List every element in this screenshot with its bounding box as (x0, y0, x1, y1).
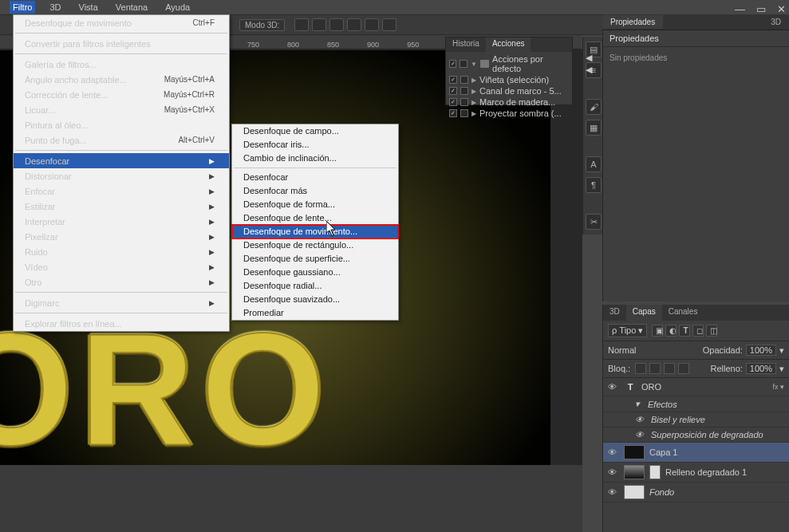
mi-convert-smart[interactable]: Convertir para filtros inteligentes (14, 36, 229, 51)
mode3d-icon-3[interactable] (329, 18, 344, 31)
smi-motion-blur[interactable]: Desenfoque de movimiento... (232, 225, 398, 238)
filter-img-icon[interactable]: ▣ (652, 325, 663, 337)
action-row[interactable]: ✓▶Viñeta (selección) (448, 74, 570, 85)
mi-lens-correction[interactable]: Corrección de lente...Mayús+Ctrl+R (14, 87, 229, 102)
smi-gaussian-blur[interactable]: Desenfoque gaussiano... (232, 266, 398, 279)
lock-all-icon[interactable] (664, 363, 675, 374)
mi-last-filter[interactable]: Desenfoque de movimientoCtrl+F (14, 15, 229, 30)
mi-liquify[interactable]: Licuar...Mayús+Ctrl+X (14, 102, 229, 117)
mi-digimarc[interactable]: Digimarc▶ (14, 295, 229, 310)
action-row[interactable]: ✓▼Acciones por defecto (448, 53, 570, 74)
visibility-icon[interactable]: 👁 (635, 415, 646, 424)
close-icon[interactable]: ✕ (777, 3, 786, 15)
smi-smart-blur[interactable]: Desenfoque suavizado... (232, 293, 398, 306)
layer-effect-bevel[interactable]: 👁Bisel y relieve (603, 412, 789, 428)
mode3d-icon-5[interactable] (365, 18, 379, 31)
chevron-down-icon[interactable]: ▾ (779, 364, 784, 374)
smi-tilt-shift[interactable]: Cambio de inclinación... (232, 152, 398, 165)
filter-smart-icon[interactable]: ◫ (706, 325, 717, 337)
chevron-down-icon[interactable]: ▾ (779, 345, 784, 356)
mi-blur-submenu[interactable]: Desenfocar▶ (14, 153, 229, 168)
mode3d-icon-6[interactable] (382, 18, 396, 31)
smi-lens-blur[interactable]: Desenfoque de lente... (232, 211, 398, 225)
rec-icon[interactable] (460, 87, 468, 95)
mi-oil-paint[interactable]: Pintura al óleo... (14, 117, 229, 132)
tab-canales[interactable]: Canales (662, 305, 704, 321)
mi-filter-gallery[interactable]: Galería de filtros... (14, 57, 229, 72)
mi-other[interactable]: Otro▶ (14, 274, 229, 290)
smi-field-blur[interactable]: Desenfoque de campo... (232, 124, 398, 138)
layer-item-capa1[interactable]: 👁 Capa 1 (603, 443, 789, 463)
visibility-icon[interactable]: 👁 (608, 382, 619, 392)
tab-propiedades[interactable]: Propiedades (602, 15, 663, 29)
rec-icon[interactable] (460, 98, 468, 106)
action-row[interactable]: ✓▶Proyectar sombra (... (448, 108, 570, 119)
menu-3d[interactable]: 3D (46, 1, 64, 14)
vtool-scissors-icon[interactable]: ✂ (586, 214, 602, 230)
mi-distort[interactable]: Distorsionar▶ (14, 168, 229, 183)
smi-blur-more[interactable]: Desenfocar más (232, 184, 398, 198)
rec-icon[interactable] (460, 60, 467, 68)
action-row[interactable]: ✓▶Marco de madera... (448, 97, 570, 108)
smi-iris-blur[interactable]: Desenfocar iris... (232, 138, 398, 152)
mi-vanishing-point[interactable]: Punto de fuga...Alt+Ctrl+V (14, 132, 229, 148)
layer-item-gradient[interactable]: 👁 Relleno degradado 1 (603, 463, 789, 483)
menu-vista[interactable]: Vista (76, 1, 101, 14)
vtool-paragraph-icon[interactable]: ¶ (586, 177, 602, 193)
lock-fill-icon[interactable] (678, 363, 689, 374)
smi-box-blur[interactable]: Desenfoque de rectángulo... (232, 238, 398, 252)
check-icon[interactable]: ✓ (449, 109, 457, 117)
vtool-character-icon[interactable]: A (586, 156, 602, 172)
lock-position-icon[interactable] (649, 363, 661, 374)
minimize-icon[interactable]: — (735, 3, 745, 15)
smi-average[interactable]: Promediar (232, 306, 398, 320)
smi-surface-blur[interactable]: Desenfoque de superficie... (232, 252, 398, 266)
filter-adj-icon[interactable]: ◐ (665, 325, 677, 337)
visibility-icon[interactable]: 👁 (635, 430, 646, 439)
mi-video[interactable]: Vídeo▶ (14, 259, 229, 274)
mi-pixelate[interactable]: Pixelizar▶ (14, 229, 229, 244)
layer-filter-kind[interactable]: ρ Tipo ▾ (608, 324, 647, 337)
maximize-icon[interactable]: ▭ (756, 3, 766, 15)
vtool-swatches-icon[interactable]: ▦ (586, 120, 602, 136)
mode3d-icon-1[interactable] (294, 18, 309, 31)
menu-ventana[interactable]: Ventana (112, 1, 151, 14)
layer-effects[interactable]: ▾Efectos (603, 396, 789, 412)
blend-mode[interactable]: Normal (608, 345, 664, 355)
mode3d-icon-4[interactable] (347, 18, 361, 31)
tab-capas[interactable]: Capas (626, 305, 662, 321)
layer-item-oro[interactable]: 👁 T ORO fx ▾ (603, 378, 789, 396)
fill-value[interactable]: 100% (746, 363, 776, 374)
mode3d-icon-2[interactable] (312, 18, 326, 31)
tab-acciones[interactable]: Acciones (486, 37, 531, 52)
action-row[interactable]: ✓▶Canal de marco - 5... (448, 85, 570, 97)
visibility-icon[interactable]: 👁 (608, 447, 619, 457)
filter-shape-icon[interactable]: ◻ (692, 325, 704, 337)
check-icon[interactable]: ✓ (449, 76, 457, 84)
mi-render[interactable]: Interpretar▶ (14, 214, 229, 229)
smi-radial-blur[interactable]: Desenfoque radial... (232, 279, 398, 293)
tab-3d-layers[interactable]: 3D (603, 305, 626, 321)
check-icon[interactable]: ✓ (449, 87, 457, 95)
chevron-down-icon[interactable]: ▾ (635, 399, 640, 409)
visibility-icon[interactable]: 👁 (608, 487, 619, 497)
vtool-brush-icon[interactable]: 🖌 (586, 99, 602, 115)
mi-stylize[interactable]: Estilizar▶ (14, 199, 229, 214)
rec-icon[interactable] (460, 109, 468, 117)
filter-text-icon[interactable]: T (679, 325, 690, 337)
tab-3d-right[interactable]: 3D (763, 15, 789, 29)
fx-badge[interactable]: fx ▾ (772, 383, 784, 391)
rec-icon[interactable] (460, 76, 468, 84)
check-icon[interactable]: ✓ (449, 98, 457, 106)
mi-sharpen[interactable]: Enfocar▶ (14, 183, 229, 199)
layer-effect-grad[interactable]: 👁Superposición de degradado (603, 428, 789, 443)
smi-shape-blur[interactable]: Desenfoque de forma... (232, 198, 398, 211)
opacity-value[interactable]: 100% (746, 345, 776, 356)
mi-noise[interactable]: Ruido▶ (14, 244, 229, 259)
visibility-icon[interactable]: 👁 (608, 467, 619, 477)
mi-browse-online[interactable]: Explorar filtros en línea... (14, 316, 229, 331)
tab-historia[interactable]: Historia (446, 37, 486, 52)
lock-pixels-icon[interactable] (635, 363, 646, 374)
menu-filtro[interactable]: Filtro (10, 1, 35, 14)
layer-item-fondo[interactable]: 👁 Fondo (603, 483, 789, 502)
